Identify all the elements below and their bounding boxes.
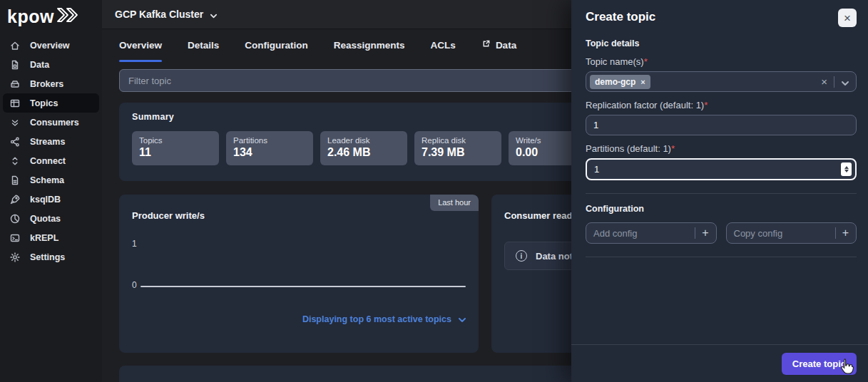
top-topics-toggle-label: Displaying top 6 most active topics bbox=[302, 314, 451, 324]
copy-config-select[interactable]: Copy config + bbox=[726, 222, 857, 244]
remove-chip-icon[interactable]: × bbox=[640, 78, 645, 86]
document-icon bbox=[9, 175, 21, 186]
tab-label: Data bbox=[496, 40, 516, 51]
stat-label: Partitions bbox=[233, 136, 306, 145]
stat-value: 2.46 MB bbox=[327, 146, 400, 159]
create-topic-drawer: Create topic × Topic details Topic name(… bbox=[571, 0, 868, 382]
home-icon bbox=[9, 40, 21, 51]
required-asterisk: * bbox=[644, 56, 648, 67]
stepper-down-icon[interactable] bbox=[844, 170, 849, 172]
topic-names-label: Topic name(s)* bbox=[586, 56, 857, 67]
configuration-section-title: Configuration bbox=[586, 204, 857, 214]
sidebar-item-quotas[interactable]: Quotas bbox=[3, 209, 99, 228]
tab-reassignments[interactable]: Reassignments bbox=[334, 39, 405, 62]
sidebar-item-label: Consumers bbox=[30, 118, 79, 128]
info-icon: i bbox=[516, 250, 527, 262]
y-axis-tick: 1 bbox=[132, 239, 137, 249]
data-file-icon bbox=[9, 59, 21, 71]
tab-acls[interactable]: ACLs bbox=[431, 39, 456, 62]
sidebar-item-consumers[interactable]: Consumers bbox=[3, 113, 99, 132]
stat-value: 11 bbox=[139, 146, 212, 159]
sidebar-item-ksqldb[interactable]: ksqlDB bbox=[3, 190, 99, 209]
chevron-down-icon bbox=[458, 316, 466, 324]
chevron-down-icon bbox=[210, 11, 218, 19]
gear-icon bbox=[9, 252, 21, 263]
tab-label: Reassignments bbox=[334, 40, 405, 51]
tab-details[interactable]: Details bbox=[188, 39, 219, 62]
topic-names-select[interactable]: demo-gcp × × bbox=[586, 71, 857, 92]
drawer-title: Create topic bbox=[586, 9, 655, 24]
sidebar-item-label: Settings bbox=[30, 252, 65, 262]
chart-title: Producer write/s bbox=[132, 210, 205, 221]
create-topic-button[interactable]: Create topic bbox=[782, 353, 857, 375]
required-asterisk: * bbox=[704, 100, 708, 110]
tab-label: Configuration bbox=[245, 40, 307, 51]
sidebar-item-krepl[interactable]: kREPL bbox=[3, 228, 99, 247]
partitions-field bbox=[586, 158, 857, 180]
tab-configuration[interactable]: Configuration bbox=[245, 39, 307, 62]
chevron-down-icon[interactable] bbox=[841, 78, 849, 86]
sidebar-item-brokers[interactable]: Brokers bbox=[3, 74, 99, 93]
sidebar-item-topics[interactable]: Topics bbox=[3, 93, 99, 113]
sidebar-item-schema[interactable]: Schema bbox=[3, 170, 99, 190]
chart-zero-line bbox=[141, 286, 466, 287]
add-config-plus-icon[interactable]: + bbox=[702, 227, 708, 239]
number-stepper[interactable] bbox=[841, 162, 852, 176]
y-axis-tick: 0 bbox=[132, 280, 137, 290]
config-inputs-row: Add config + Copy config + bbox=[586, 222, 857, 244]
partitions-label: Partitions (default: 1)* bbox=[586, 143, 857, 154]
top-topics-toggle[interactable]: Displaying top 6 most active topics bbox=[302, 314, 466, 324]
sidebar-item-label: Quotas bbox=[30, 214, 61, 224]
sidebar-item-label: Brokers bbox=[30, 79, 63, 89]
stepper-up-icon[interactable] bbox=[844, 166, 849, 169]
required-asterisk: * bbox=[671, 143, 675, 154]
drawer-header: Create topic × bbox=[571, 0, 868, 27]
stat-tile-leader-disk: Leader disk 2.46 MB bbox=[320, 131, 407, 165]
topic-chip: demo-gcp × bbox=[590, 75, 650, 89]
copy-config-placeholder: Copy config bbox=[734, 228, 783, 239]
select-controls: × bbox=[821, 76, 849, 88]
sidebar-item-streams[interactable]: Streams bbox=[3, 132, 99, 151]
divider bbox=[835, 227, 836, 239]
divider bbox=[586, 193, 857, 194]
terminal-icon bbox=[9, 232, 21, 244]
sidebar-item-label: Schema bbox=[30, 175, 64, 185]
copy-config-plus-icon[interactable]: + bbox=[842, 227, 849, 239]
stat-label: Replica disk bbox=[422, 136, 494, 145]
kpow-logo[interactable]: kpow bbox=[0, 0, 102, 33]
tab-label: ACLs bbox=[431, 40, 456, 51]
rocket-icon bbox=[9, 194, 21, 205]
time-range-badge: Last hour bbox=[430, 195, 479, 211]
divider bbox=[695, 227, 695, 239]
replication-factor-label: Replication factor (default: 1)* bbox=[586, 100, 857, 110]
topic-chip-label: demo-gcp bbox=[595, 77, 635, 87]
chart-title: Consumer read/s bbox=[504, 210, 580, 221]
sort-arrows-icon bbox=[9, 155, 21, 167]
producer-write-chart: Producer write/s Last hour 1 0 Displayin… bbox=[119, 195, 479, 353]
add-config-select[interactable]: Add config + bbox=[586, 222, 717, 244]
tab-data[interactable]: Data bbox=[481, 39, 516, 62]
tab-label: Overview bbox=[119, 40, 162, 51]
sidebar-item-label: kREPL bbox=[30, 233, 58, 243]
sidebar-item-connect[interactable]: Connect bbox=[3, 151, 99, 170]
tab-label: Details bbox=[188, 40, 219, 51]
share-icon bbox=[9, 136, 21, 148]
sidebar-item-data[interactable]: Data bbox=[3, 55, 99, 74]
divider bbox=[586, 257, 857, 257]
divider bbox=[834, 76, 834, 88]
drawer-footer: Create topic bbox=[571, 344, 868, 382]
close-button[interactable]: × bbox=[838, 9, 857, 27]
replication-factor-input[interactable] bbox=[586, 115, 857, 135]
partitions-input[interactable] bbox=[586, 158, 857, 180]
close-icon: × bbox=[844, 12, 851, 24]
tab-overview[interactable]: Overview bbox=[119, 39, 162, 62]
sidebar-item-overview[interactable]: Overview bbox=[3, 36, 99, 55]
stat-tile-partitions: Partitions 134 bbox=[226, 131, 313, 165]
clear-select-icon[interactable]: × bbox=[821, 76, 827, 87]
sidebar: kpow Overview Data Brokers bbox=[0, 0, 102, 382]
stat-label: Topics bbox=[139, 136, 212, 145]
sidebar-item-settings[interactable]: Settings bbox=[3, 247, 99, 267]
cluster-selector[interactable]: GCP Kafka Cluster bbox=[115, 9, 218, 20]
sidebar-item-label: ksqlDB bbox=[30, 195, 61, 205]
stat-tile-replica-disk: Replica disk 7.39 MB bbox=[414, 131, 501, 165]
